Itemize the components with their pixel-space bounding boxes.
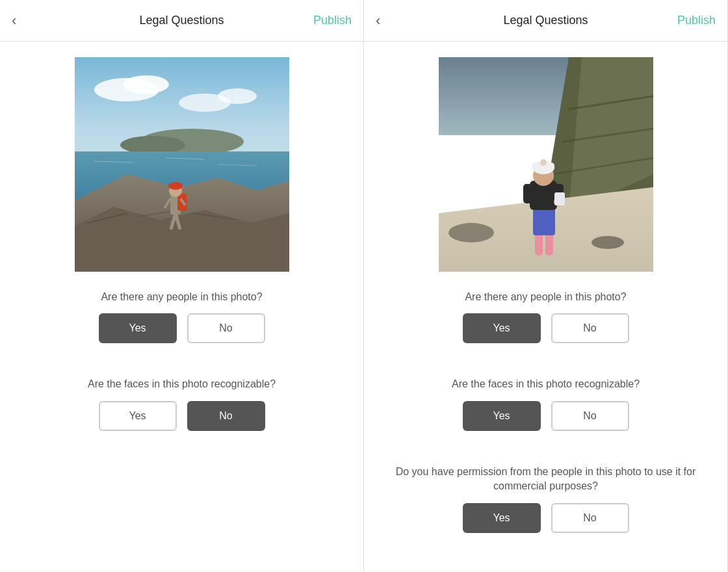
- svg-point-32: [592, 236, 624, 249]
- question-text-2-3: Do you have permission from the people i…: [384, 465, 708, 494]
- yes-button-2-2[interactable]: Yes: [463, 401, 541, 431]
- no-button-2-2[interactable]: No: [551, 401, 629, 431]
- back-button-1[interactable]: ‹: [12, 11, 21, 31]
- no-button-2-3[interactable]: No: [551, 503, 629, 533]
- svg-point-31: [448, 223, 494, 242]
- yes-button-2-3[interactable]: Yes: [463, 503, 541, 533]
- publish-button-2[interactable]: Publish: [677, 14, 716, 27]
- svg-point-21: [168, 182, 183, 190]
- question-section-2-1: Are there any people in this photo? Yes …: [364, 290, 727, 343]
- panel-1: ‹ Legal Questions Publish: [0, 0, 364, 572]
- no-button-1-1[interactable]: No: [187, 313, 265, 343]
- header-title-1: Legal Questions: [139, 14, 224, 27]
- no-button-2-1[interactable]: No: [551, 313, 629, 343]
- header-1: ‹ Legal Questions Publish: [0, 0, 363, 42]
- header-title-2: Legal Questions: [503, 14, 588, 27]
- question-text-1-2: Are the faces in this photo recognizable…: [88, 377, 276, 391]
- question-section-1-2: Are the faces in this photo recognizable…: [0, 377, 363, 430]
- question-text-1-1: Are there any people in this photo?: [101, 290, 262, 304]
- btn-row-2-3: Yes No: [463, 503, 629, 533]
- publish-button-1[interactable]: Publish: [313, 14, 352, 27]
- back-button-2[interactable]: ‹: [376, 11, 385, 31]
- no-button-1-2[interactable]: No: [187, 401, 265, 431]
- yes-button-2-1[interactable]: Yes: [463, 313, 541, 343]
- photo-1: [75, 57, 289, 272]
- photo-2: [439, 57, 653, 272]
- question-section-2-2: Are the faces in this photo recognizable…: [364, 377, 727, 430]
- btn-row-1-2: Yes No: [99, 401, 265, 431]
- question-text-2-2: Are the faces in this photo recognizable…: [452, 377, 640, 391]
- header-2: ‹ Legal Questions Publish: [364, 0, 727, 42]
- svg-rect-35: [533, 207, 555, 235]
- question-section-2-3: Do you have permission from the people i…: [364, 465, 727, 533]
- question-section-1-1: Are there any people in this photo? Yes …: [0, 290, 363, 343]
- yes-button-1-2[interactable]: Yes: [99, 401, 177, 431]
- svg-point-6: [120, 136, 185, 154]
- svg-rect-41: [523, 184, 532, 203]
- svg-point-4: [218, 88, 257, 104]
- svg-rect-44: [554, 192, 565, 205]
- btn-row-2-1: Yes No: [463, 313, 629, 343]
- question-text-2-1: Are there any people in this photo?: [465, 290, 626, 304]
- btn-row-1-1: Yes No: [99, 313, 265, 343]
- svg-point-40: [540, 159, 547, 166]
- svg-rect-33: [535, 233, 543, 255]
- svg-point-2: [124, 75, 169, 94]
- yes-button-1-1[interactable]: Yes: [99, 313, 177, 343]
- btn-row-2-2: Yes No: [463, 401, 629, 431]
- svg-rect-34: [545, 233, 553, 255]
- panel-2: ‹ Legal Questions Publish: [364, 0, 728, 572]
